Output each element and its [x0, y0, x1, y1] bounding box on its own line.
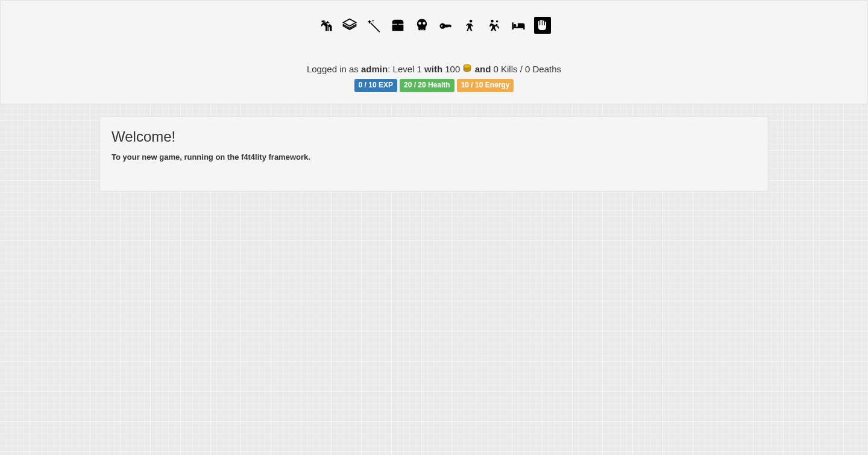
- username: admin: [361, 64, 388, 74]
- nav-skull[interactable]: [414, 17, 430, 34]
- page-title: Welcome!: [112, 128, 756, 145]
- key-icon: [438, 17, 454, 34]
- health-badge: 20 / 20 Health: [400, 79, 454, 92]
- logged-in-label: Logged in as: [307, 64, 361, 74]
- hand-stop-icon: [535, 17, 550, 34]
- badges: 0 / 10 EXP 20 / 20 Health 10 / 10 Energy: [12, 79, 856, 92]
- nav-book[interactable]: [341, 17, 358, 34]
- nav-icons: [12, 17, 856, 34]
- page-subtitle: To your new game, running on the f4t4lit…: [112, 152, 756, 162]
- book-icon: [341, 17, 358, 34]
- skull-icon: [414, 17, 430, 34]
- energy-badge: 10 / 10 Energy: [457, 79, 514, 92]
- nav-bed[interactable]: [510, 17, 527, 34]
- with-word: with: [422, 64, 445, 74]
- nav-fight[interactable]: [486, 17, 503, 34]
- bed-icon: [510, 17, 527, 34]
- wand-icon: [365, 17, 382, 34]
- village-icon: [317, 17, 334, 34]
- fight-icon: [486, 17, 503, 34]
- level-value: 1: [417, 64, 422, 74]
- level-prefix: : Level: [388, 64, 417, 74]
- and-word: and: [475, 64, 494, 74]
- kills-value: 0: [493, 64, 498, 74]
- kills-word: Kills /: [498, 64, 525, 74]
- coin-icon: [462, 64, 472, 74]
- main-container: Welcome! To your new game, running on th…: [90, 116, 778, 192]
- nav-village[interactable]: [317, 17, 334, 34]
- nav-walker[interactable]: [462, 17, 479, 34]
- welcome-panel: Welcome! To your new game, running on th…: [99, 116, 769, 192]
- nav-chest[interactable]: [389, 17, 406, 34]
- svg-point-1: [464, 64, 471, 68]
- header: Logged in as admin: Level 1 with 100 and…: [0, 0, 868, 104]
- nav-wand[interactable]: [365, 17, 382, 34]
- chest-icon: [389, 17, 406, 34]
- status-line: Logged in as admin: Level 1 with 100 and…: [12, 64, 856, 74]
- walker-icon: [462, 17, 479, 34]
- gold-value: 100: [445, 64, 460, 74]
- nav-stop[interactable]: [534, 17, 551, 34]
- nav-key[interactable]: [438, 17, 454, 34]
- deaths-word: Deaths: [530, 64, 561, 74]
- exp-badge: 0 / 10 EXP: [354, 79, 397, 92]
